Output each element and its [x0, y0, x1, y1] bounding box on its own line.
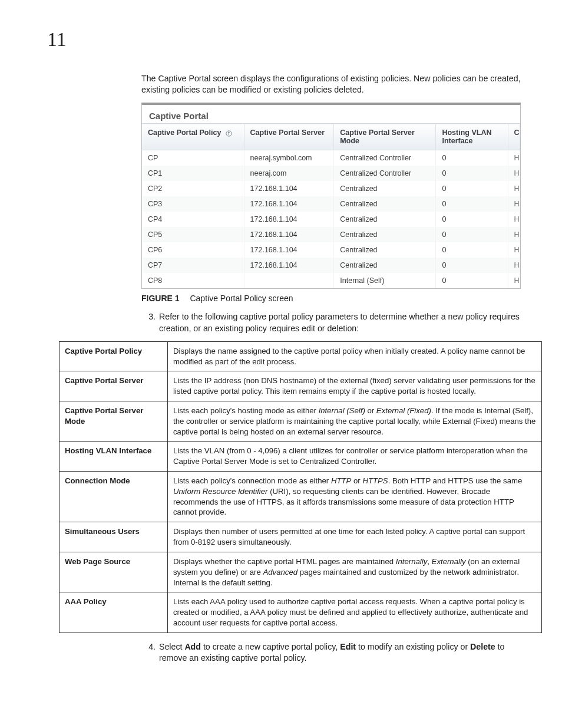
step4-mid1: to create a new captive portal policy,	[201, 642, 340, 651]
definition-row: Connection ModeLists each policy's conne…	[59, 472, 542, 522]
table-cell: H	[508, 166, 520, 181]
definition-term: Web Page Source	[59, 552, 168, 592]
intro-text: The Captive Portal screen displays the c…	[141, 73, 521, 95]
table-cell: 172.168.1.104	[244, 212, 334, 227]
table-cell: H	[508, 181, 520, 196]
table-cell: CP4	[142, 212, 244, 227]
definitions-table: Captive Portal PolicyDisplays the name a…	[59, 341, 542, 633]
definition-term: Simultaneous Users	[59, 522, 168, 552]
figure-caption-text: Captive Portal Policy screen	[190, 294, 293, 303]
table-cell: 0	[436, 212, 508, 227]
page: 11 The Captive Portal screen displays th…	[0, 0, 562, 728]
col-extra-label: C	[514, 129, 520, 137]
definition-row: Captive Portal Server ModeLists each pol…	[59, 401, 542, 441]
chapter-number: 11	[47, 29, 521, 50]
table-cell: H	[508, 242, 520, 258]
table-cell: Centralized	[334, 227, 436, 242]
captive-portal-figure: Captive Portal Captive Portal Policy Cap…	[141, 103, 521, 289]
table-cell: 0	[436, 196, 508, 212]
col-mode[interactable]: Captive Portal Server Mode	[334, 124, 436, 150]
panel-title: Captive Portal	[142, 105, 520, 123]
table-row[interactable]: CP2172.168.1.104Centralized0H	[142, 181, 520, 196]
table-cell: CP6	[142, 242, 244, 258]
step4-mid2: to modify an existing policy or	[356, 642, 470, 651]
table-cell: 172.168.1.104	[244, 258, 334, 273]
table-cell: H	[508, 258, 520, 273]
col-mode-label: Captive Portal Server Mode	[340, 129, 414, 145]
definition-row: Hosting VLAN InterfaceLists the VLAN (fr…	[59, 442, 542, 472]
table-cell: CP8	[142, 273, 244, 288]
table-cell: neeraj.symbol.com	[244, 150, 334, 166]
table-row[interactable]: CP4172.168.1.104Centralized0H	[142, 212, 520, 227]
table-cell: H	[508, 212, 520, 227]
table-cell: Internal (Self)	[334, 273, 436, 288]
col-server-label: Captive Portal Server	[250, 129, 325, 137]
intro-paragraph: The Captive Portal screen displays the c…	[141, 73, 521, 95]
col-server[interactable]: Captive Portal Server	[244, 124, 334, 150]
table-cell: 172.168.1.104	[244, 242, 334, 258]
definition-term: Hosting VLAN Interface	[59, 442, 168, 472]
table-row[interactable]: CP3172.168.1.104Centralized0H	[142, 196, 520, 212]
definition-desc: Displays then number of users permitted …	[168, 522, 542, 552]
definition-term: AAA Policy	[59, 592, 168, 633]
definition-term: Connection Mode	[59, 472, 168, 522]
definition-desc: Displays whether the captive portal HTML…	[168, 552, 542, 592]
table-header-row: Captive Portal Policy Captive Portal Ser…	[142, 124, 520, 150]
figure-label: FIGURE 1	[141, 294, 180, 303]
table-cell: Centralized	[334, 212, 436, 227]
table-cell: Centralized	[334, 242, 436, 258]
table-cell: CP	[142, 150, 244, 166]
table-cell: neeraj.com	[244, 166, 334, 181]
table-cell: CP3	[142, 196, 244, 212]
table-cell: CP1	[142, 166, 244, 181]
table-cell: 172.168.1.104	[244, 227, 334, 242]
definition-term: Captive Portal Server Mode	[59, 401, 168, 441]
table-row[interactable]: CPneeraj.symbol.comCentralized Controlle…	[142, 150, 520, 166]
add-label: Add	[184, 642, 201, 651]
step-3: Refer to the following captive portal po…	[158, 311, 521, 334]
definition-desc: Lists each policy's connection mode as e…	[168, 472, 542, 522]
table-cell: 0	[436, 181, 508, 196]
definition-row: Captive Portal PolicyDisplays the name a…	[59, 341, 542, 371]
definition-desc: Lists the VLAN (from 0 - 4,096) a client…	[168, 442, 542, 472]
table-cell: 0	[436, 166, 508, 181]
definition-term: Captive Portal Server	[59, 371, 168, 401]
col-extra[interactable]: C	[508, 124, 520, 150]
table-row[interactable]: CP5172.168.1.104Centralized0H	[142, 227, 520, 242]
table-cell: H	[508, 227, 520, 242]
col-vlan-label: Hosting VLAN Interface	[442, 129, 491, 145]
table-cell: Centralized	[334, 258, 436, 273]
definition-row: Web Page SourceDisplays whether the capt…	[59, 552, 542, 592]
delete-label: Delete	[470, 642, 495, 651]
table-cell: H	[508, 273, 520, 288]
table-row[interactable]: CP6172.168.1.104Centralized0H	[142, 242, 520, 258]
steps-list: Refer to the following captive portal po…	[141, 311, 521, 334]
definition-desc: Lists the IP address (non DNS hostname) …	[168, 371, 542, 401]
table-cell: 0	[436, 258, 508, 273]
table-cell: CP5	[142, 227, 244, 242]
table-cell: H	[508, 150, 520, 166]
table-cell: 0	[436, 242, 508, 258]
table-cell: H	[508, 196, 520, 212]
definition-desc: Lists each AAA policy used to authorize …	[168, 592, 542, 633]
table-row[interactable]: CP7172.168.1.104Centralized0H	[142, 258, 520, 273]
definition-row: Captive Portal ServerLists the IP addres…	[59, 371, 542, 401]
col-vlan[interactable]: Hosting VLAN Interface	[436, 124, 508, 150]
table-cell: CP2	[142, 181, 244, 196]
steps-list-2: Select Add to create a new captive porta…	[141, 641, 521, 664]
table-row[interactable]: CP1neeraj.comCentralized Controller0H	[142, 166, 520, 181]
table-row[interactable]: CP8Internal (Self)0H	[142, 273, 520, 288]
step-3-text: Refer to the following captive portal po…	[159, 312, 520, 332]
figure-caption: FIGURE 1 Captive Portal Policy screen	[141, 294, 521, 303]
step-4: Select Add to create a new captive porta…	[158, 641, 521, 664]
table-cell: 172.168.1.104	[244, 181, 334, 196]
sort-asc-icon[interactable]	[223, 129, 232, 137]
table-cell: CP7	[142, 258, 244, 273]
definition-term: Captive Portal Policy	[59, 341, 168, 371]
table-cell: Centralized	[334, 181, 436, 196]
table-cell: 0	[436, 273, 508, 288]
table-cell: Centralized Controller	[334, 150, 436, 166]
col-policy[interactable]: Captive Portal Policy	[142, 124, 244, 150]
captive-portal-table: Captive Portal Policy Captive Portal Ser…	[142, 123, 520, 288]
table-cell: Centralized Controller	[334, 166, 436, 181]
